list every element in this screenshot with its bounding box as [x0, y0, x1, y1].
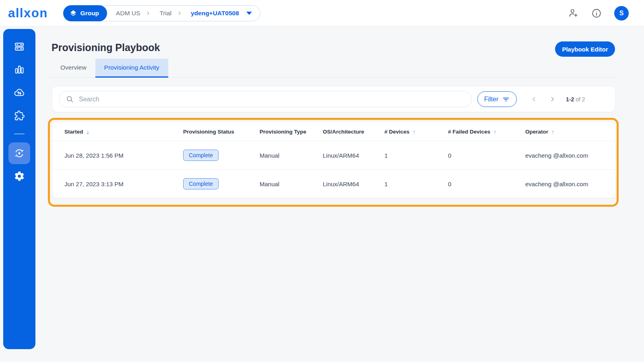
- status-badge: Complete: [183, 150, 219, 161]
- column-header-provisioning-type[interactable]: Provisioning Type: [260, 129, 323, 135]
- cell-failed-devices: 0: [448, 181, 525, 187]
- sidebar-divider: [14, 134, 25, 134]
- status-badge: Complete: [183, 178, 219, 189]
- cell-os: Linux/ARM64: [323, 152, 384, 159]
- pagination-range: 1-2: [566, 96, 574, 103]
- sidebar-item-ota[interactable]: [10, 84, 28, 101]
- playbook-editor-button[interactable]: Playbook Editor: [555, 41, 615, 57]
- provisioning-activity-table: Started ↓ Provisioning Status Provisioni…: [52, 122, 615, 198]
- table-row[interactable]: Jun 27, 2023 3:13 PM Complete Manual Lin…: [52, 169, 615, 198]
- topbar-actions: S: [568, 6, 629, 21]
- column-header-provisioning-status[interactable]: Provisioning Status: [183, 129, 260, 135]
- filter-button[interactable]: Filter: [477, 91, 517, 107]
- sidebar: [3, 29, 35, 349]
- allxon-logo: allxon: [8, 6, 48, 21]
- cell-type: Manual: [260, 181, 323, 187]
- table-row[interactable]: Jun 28, 2023 1:56 PM Complete Manual Lin…: [52, 141, 615, 169]
- column-header-devices[interactable]: # Devices ↑: [384, 129, 448, 135]
- page-title: Provisioning Playbook: [52, 42, 160, 53]
- cell-devices: 1: [384, 152, 448, 159]
- search-icon: [66, 95, 74, 103]
- cell-os: Linux/ARM64: [323, 181, 384, 187]
- chevron-right-icon: [177, 11, 182, 16]
- cell-started: Jun 28, 2023 1:56 PM: [64, 152, 183, 159]
- search-field[interactable]: [59, 91, 472, 107]
- layers-icon: [70, 10, 77, 17]
- filter-button-label: Filter: [484, 96, 499, 103]
- breadcrumb: Group ADM US Trial ydeng+UAT0508: [63, 5, 260, 21]
- avatar[interactable]: S: [614, 6, 629, 21]
- group-scope-button[interactable]: Group: [63, 5, 107, 21]
- sort-desc-icon[interactable]: ↓: [87, 129, 90, 135]
- sort-asc-icon[interactable]: ↑: [413, 129, 416, 135]
- plugins-icon: [14, 110, 25, 121]
- chevron-right-icon: [146, 11, 151, 16]
- sidebar-item-analytics[interactable]: [10, 61, 28, 78]
- pagination-prev-icon[interactable]: [529, 95, 539, 104]
- sidebar-item-plugins[interactable]: [10, 107, 28, 124]
- cell-status: Complete: [183, 150, 260, 161]
- cell-type: Manual: [260, 152, 323, 159]
- cell-devices: 1: [384, 181, 448, 187]
- table-toolbar: Filter 1-2 of 2: [52, 86, 615, 112]
- sort-asc-icon[interactable]: ↑: [493, 129, 497, 135]
- filter-icon: [502, 95, 510, 103]
- analytics-icon: [14, 64, 25, 75]
- cell-operator: evacheng @allxon.com: [525, 152, 615, 159]
- column-header-started[interactable]: Started ↓: [64, 129, 183, 135]
- settings-icon: [14, 171, 25, 182]
- table-header-row: Started ↓ Provisioning Status Provisioni…: [52, 122, 615, 141]
- sidebar-item-settings[interactable]: [10, 167, 28, 185]
- top-bar: allxon Group ADM US Trial ydeng+UAT0508: [0, 0, 644, 27]
- sort-asc-icon[interactable]: ↑: [551, 129, 555, 135]
- cell-status: Complete: [183, 178, 260, 189]
- provisioning-icon: [13, 147, 25, 159]
- devices-icon: [14, 41, 25, 52]
- tab-overview[interactable]: Overview: [52, 59, 95, 78]
- breadcrumb-org[interactable]: ADM US: [107, 10, 146, 17]
- search-input[interactable]: [79, 96, 465, 103]
- pagination-of: of 2: [576, 96, 585, 103]
- column-header-failed-devices[interactable]: # Failed Devices ↑: [448, 129, 525, 135]
- column-header-os-architecture[interactable]: OS/Architecture: [323, 129, 384, 135]
- breadcrumb-current[interactable]: ydeng+UAT0508: [182, 10, 244, 17]
- person-add-icon[interactable]: [568, 8, 579, 19]
- ota-cloud-icon: [13, 86, 25, 99]
- breadcrumb-group[interactable]: Trial: [151, 10, 177, 17]
- sidebar-item-provisioning[interactable]: [8, 142, 30, 164]
- cell-failed-devices: 0: [448, 152, 525, 159]
- chevron-down-icon[interactable]: [246, 12, 252, 15]
- tab-provisioning-activity[interactable]: Provisioning Activity: [95, 59, 168, 78]
- pagination-next-icon[interactable]: [547, 95, 557, 104]
- sidebar-item-devices[interactable]: [10, 38, 28, 56]
- cell-operator: evacheng @allxon.com: [525, 181, 615, 187]
- group-scope-label: Group: [80, 10, 99, 17]
- tab-bar: Overview Provisioning Activity: [52, 59, 168, 78]
- cell-started: Jun 27, 2023 3:13 PM: [64, 181, 183, 187]
- pagination-status: 1-2 of 2: [566, 96, 585, 103]
- info-icon[interactable]: [591, 8, 602, 19]
- column-header-operator[interactable]: Operator ↑: [525, 129, 615, 135]
